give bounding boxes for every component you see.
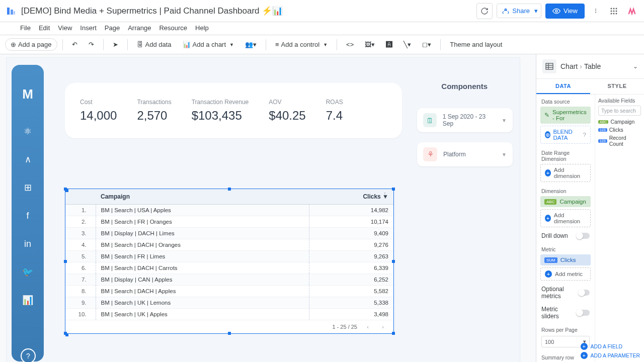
date-range-control[interactable]: 🗓 1 Sep 2020 - 23 Sep ▼ bbox=[417, 108, 513, 132]
add-field-button[interactable]: +ADD A FIELD bbox=[581, 343, 623, 350]
add-date-dimension[interactable]: +Add dimension bbox=[540, 164, 591, 182]
more-options-icon[interactable]: ⁝ bbox=[589, 4, 603, 18]
supermetrics-icon[interactable] bbox=[625, 4, 639, 18]
selected-table-chart[interactable]: ⋮ Campaign Clicks ▼ 1.BM | Search | USA … bbox=[65, 189, 394, 334]
pager-prev-button[interactable]: ‹ bbox=[363, 322, 372, 331]
svg-point-10 bbox=[616, 10, 617, 12]
community-viz-button[interactable]: 👥▾ bbox=[241, 39, 261, 50]
field-search-input[interactable]: Type to search bbox=[598, 106, 641, 116]
line-button[interactable]: ╲▾ bbox=[399, 39, 415, 50]
breadcrumb[interactable]: Chart›Table bbox=[560, 62, 601, 70]
svg-point-6 bbox=[613, 8, 615, 9]
nav-network-icon[interactable]: ⚛ bbox=[21, 124, 35, 138]
menu-insert[interactable]: Insert bbox=[80, 24, 97, 32]
app-logo-icon bbox=[5, 5, 17, 17]
table-row[interactable]: 8.BM | Search | DACH | Apples5,582 bbox=[65, 286, 393, 297]
optional-metrics-label: Optional metrics bbox=[541, 286, 579, 300]
add-parameter-button[interactable]: +ADD A PARAMETER bbox=[581, 352, 640, 359]
view-button[interactable]: View bbox=[545, 4, 585, 19]
row-number: 4. bbox=[65, 239, 96, 251]
cell-campaign: BM | Search | USA | Apples bbox=[96, 205, 309, 216]
field-record-count[interactable]: 123Record Count bbox=[598, 134, 641, 148]
metric-chip[interactable]: SUMClicks bbox=[540, 254, 591, 265]
blend-data-button[interactable]: ⊕BLEND DATA? bbox=[540, 126, 591, 144]
row-number: 2. bbox=[65, 216, 96, 228]
field-campaign[interactable]: ABCCampaign bbox=[598, 118, 641, 126]
col-header-campaign[interactable]: Campaign bbox=[96, 189, 309, 205]
add-data-button[interactable]: 🗄Add data bbox=[133, 39, 176, 50]
help-icon[interactable]: ? bbox=[583, 132, 586, 138]
svg-point-11 bbox=[611, 13, 612, 14]
svg-point-5 bbox=[611, 8, 612, 9]
dimension-chip[interactable]: ABCCampaign bbox=[540, 196, 591, 207]
app-header: [DEMO] Bind Media + Supermetrics | Paid … bbox=[0, 0, 644, 22]
canvas-area[interactable]: M ⚛ ∧ ⊞ f in 🐦 📊 ? Cost14,000 Transactio… bbox=[0, 54, 536, 362]
kpi-value: 7.4 bbox=[326, 109, 343, 123]
menu-page[interactable]: Page bbox=[105, 24, 120, 32]
tab-data[interactable]: DATA bbox=[536, 79, 590, 94]
drill-down-toggle[interactable] bbox=[577, 233, 590, 239]
text-button[interactable]: 🅰 bbox=[382, 39, 396, 50]
menu-help[interactable]: Help bbox=[195, 24, 209, 32]
shape-button[interactable]: ◻▾ bbox=[418, 39, 435, 50]
add-control-button[interactable]: ≡Add a control▼ bbox=[271, 39, 332, 50]
menu-bar: File Edit View Insert Page Arrange Resou… bbox=[0, 22, 644, 35]
row-number: 3. bbox=[65, 228, 96, 239]
table-row[interactable]: 9.BM | Search | UK | Lemons5,338 bbox=[65, 297, 393, 309]
available-fields-heading: Available Fields bbox=[598, 98, 641, 104]
help-button[interactable]: ? bbox=[21, 348, 36, 362]
nav-twitter-icon[interactable]: 🐦 bbox=[21, 265, 35, 279]
tab-style[interactable]: STYLE bbox=[590, 79, 644, 94]
optional-metrics-toggle[interactable] bbox=[579, 290, 590, 296]
table-row[interactable]: 7.BM | Display | CAN | Apples6,252 bbox=[65, 274, 393, 286]
row-number: 6. bbox=[65, 262, 96, 274]
menu-arrange[interactable]: Arrange bbox=[128, 24, 151, 32]
pager-next-button[interactable]: › bbox=[378, 322, 387, 331]
nav-analytics-icon[interactable]: 📊 bbox=[21, 293, 35, 307]
menu-file[interactable]: File bbox=[20, 24, 31, 32]
theme-layout-button[interactable]: Theme and layout bbox=[446, 39, 506, 50]
add-chart-button[interactable]: 📊Add a chart▼ bbox=[179, 39, 238, 50]
add-dimension[interactable]: +Add dimension bbox=[540, 209, 591, 227]
embed-button[interactable]: <> bbox=[342, 39, 358, 50]
platform-control[interactable]: ⚘ Platform ▼ bbox=[417, 142, 513, 166]
pointer-tool[interactable]: ➤ bbox=[109, 39, 122, 50]
svg-point-12 bbox=[613, 13, 615, 14]
table-row[interactable]: 6.BM | Search | DACH | Carrots6,339 bbox=[65, 262, 393, 274]
image-button[interactable]: 🖼▾ bbox=[361, 39, 379, 50]
cell-campaign: BM | Search | DACH | Apples bbox=[96, 286, 309, 297]
apps-grid-icon[interactable] bbox=[607, 4, 621, 18]
chevron-down-icon[interactable]: ⌄ bbox=[633, 63, 638, 70]
undo-button[interactable]: ↶ bbox=[68, 39, 82, 50]
table-row[interactable]: 2.BM | Search | FR | Oranges10,174 bbox=[65, 216, 393, 228]
redo-button[interactable]: ↷ bbox=[85, 39, 98, 50]
cell-clicks: 9,263 bbox=[309, 251, 393, 262]
reload-button[interactable] bbox=[476, 3, 493, 19]
table-row[interactable]: 1.BM | Search | USA | Apples14,982 bbox=[65, 205, 393, 216]
share-dropdown[interactable]: ▾ bbox=[531, 4, 541, 18]
menu-resource[interactable]: Resource bbox=[159, 24, 187, 32]
table-row[interactable]: 3.BM | Display | DACH | Limes9,409 bbox=[65, 228, 393, 239]
svg-point-7 bbox=[616, 8, 617, 9]
add-page-button[interactable]: ⊕Add a page bbox=[5, 38, 57, 51]
table-row[interactable]: 10.BM | Search | UK | Apples3,498 bbox=[65, 309, 393, 320]
kpi-value: 14,000 bbox=[80, 109, 117, 123]
nav-linkedin-icon[interactable]: in bbox=[21, 237, 35, 251]
add-metric[interactable]: +Add metric bbox=[540, 267, 591, 281]
menu-view[interactable]: View bbox=[58, 24, 72, 32]
doc-title[interactable]: [DEMO] Bind Media + Supermetrics | Paid … bbox=[21, 6, 283, 16]
col-header-clicks[interactable]: Clicks ▼ bbox=[309, 189, 393, 205]
table-row[interactable]: 4.BM | Search | DACH | Oranges9,276 bbox=[65, 239, 393, 251]
nav-grid-icon[interactable]: ⊞ bbox=[21, 180, 35, 195]
data-source-chip[interactable]: ✎Supermetrics - For bbox=[540, 107, 591, 124]
field-clicks[interactable]: 123Clicks bbox=[598, 126, 641, 134]
svg-point-8 bbox=[611, 10, 612, 12]
nav-up-icon[interactable]: ∧ bbox=[21, 152, 35, 166]
table-row[interactable]: 5.BM | Search | FR | Limes9,263 bbox=[65, 251, 393, 262]
menu-edit[interactable]: Edit bbox=[39, 24, 50, 32]
nav-facebook-icon[interactable]: f bbox=[21, 209, 35, 223]
table-more-icon[interactable]: ⋮ bbox=[381, 191, 388, 199]
share-button[interactable]: Share bbox=[497, 4, 535, 18]
metric-sliders-toggle[interactable] bbox=[577, 310, 590, 316]
cell-clicks: 14,982 bbox=[309, 205, 393, 216]
